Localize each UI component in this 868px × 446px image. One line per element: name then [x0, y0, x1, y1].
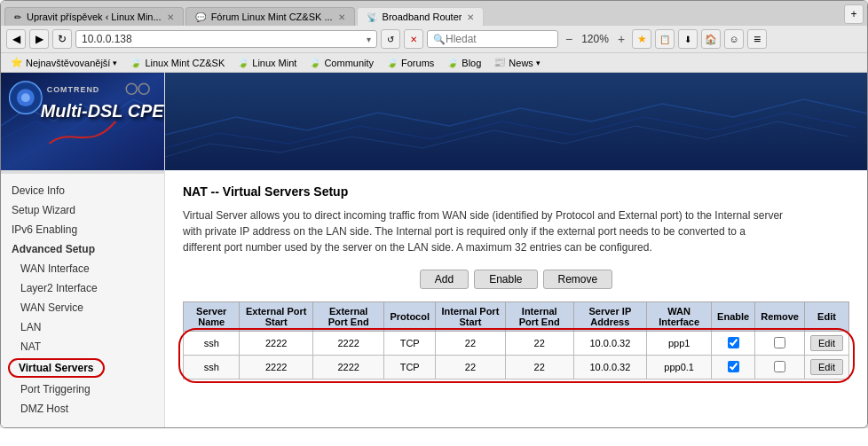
remove-checkbox[interactable] [774, 361, 785, 372]
menu-button[interactable]: ≡ [747, 29, 767, 49]
stop-button[interactable]: ✕ [404, 29, 423, 49]
col-int-port-start: Internal Port Start [436, 302, 506, 332]
news-dropdown-icon: ▾ [536, 59, 541, 67]
sidebar-label: LAN [20, 321, 41, 333]
tab-3-close[interactable]: ✕ [467, 12, 474, 22]
cell-enable[interactable] [712, 356, 755, 379]
enable-checkbox[interactable] [728, 337, 739, 348]
tab-2[interactable]: 💬 Fórum Linux Mint CZ&SK ... ✕ [185, 7, 355, 26]
remove-button[interactable]: Remove [543, 270, 613, 289]
cell-edit[interactable]: Edit [804, 332, 848, 356]
bookmark-label: Community [324, 58, 374, 68]
sidebar-label: IPv6 Enabling [12, 223, 77, 236]
bookmark-nejnavstevovanejsi[interactable]: ⭐ Nejnavštěvovanější ▾ [6, 56, 122, 69]
bookmark-forums[interactable]: 🍃 Forums [382, 56, 438, 69]
address-bar[interactable]: 10.0.0.138 ▾ [75, 30, 377, 48]
cell-edit[interactable]: Edit [804, 356, 848, 379]
col-remove: Remove [755, 302, 805, 332]
sidebar-item-device-info[interactable]: Device Info [1, 181, 164, 200]
tab-1-close[interactable]: ✕ [167, 12, 174, 22]
sidebar-item-dmz-host[interactable]: DMZ Host [1, 399, 164, 419]
cell-remove[interactable] [755, 332, 805, 356]
svg-point-4 [21, 93, 30, 102]
sidebar-label: Setup Wizard [12, 204, 75, 216]
cell-4: 22 [436, 332, 506, 356]
svg-text:COMTREND: COMTREND [47, 85, 100, 94]
col-ext-port-start: External Port Start [240, 302, 313, 332]
cell-1: 2222 [240, 332, 313, 356]
remove-checkbox[interactable] [774, 337, 785, 348]
page-description: Virtual Server allows you to direct inco… [183, 207, 786, 255]
nav-bar: ◀ ▶ ↻ 10.0.0.138 ▾ ↺ ✕ 🔍 − 120% + ★ 📋 ⬇ … [1, 26, 867, 53]
back-button[interactable]: ◀ [6, 29, 26, 49]
sidebar-item-lan[interactable]: LAN [1, 317, 164, 337]
zoom-level: 120% [576, 31, 614, 47]
sidebar-item-layer2-interface[interactable]: Layer2 Interface [1, 278, 164, 298]
sidebar-item-wan-service[interactable]: WAN Service [1, 298, 164, 317]
cell-3: TCP [384, 332, 436, 356]
search-input[interactable] [446, 33, 552, 45]
bookmark-blog[interactable]: 🍃 Blog [442, 56, 485, 69]
address-dropdown-icon[interactable]: ▾ [367, 35, 371, 44]
bookmark-community[interactable]: 🍃 Community [304, 56, 378, 69]
enable-checkbox[interactable] [728, 361, 739, 372]
sidebar-item-ipv6-enabling[interactable]: IPv6 Enabling [1, 220, 164, 239]
sidebar-label: WAN Interface [20, 262, 90, 275]
bookmark-linux-mint-czsk[interactable]: 🍃 Linux Mint CZ&SK [125, 56, 229, 69]
star-button[interactable]: ★ [632, 29, 651, 49]
minus-button[interactable]: − [565, 32, 572, 46]
svg-rect-9 [165, 73, 867, 170]
cell-remove[interactable] [755, 356, 805, 379]
sidebar-item-port-triggering[interactable]: Port Triggering [1, 379, 164, 399]
forward-button[interactable]: ▶ [29, 29, 49, 49]
sidebar-nav: Device Info Setup Wizard IPv6 Enabling A… [1, 174, 164, 426]
search-icon: 🔍 [433, 34, 446, 45]
tab-1[interactable]: ✏ Upravit příspěvek ‹ Linux Min... ✕ [4, 7, 184, 26]
enable-button[interactable]: Enable [474, 270, 537, 289]
sidebar-item-virtual-servers-wrapper: Virtual Servers [1, 356, 164, 379]
emoji-button[interactable]: ☺ [724, 29, 744, 49]
page-title: NAT -- Virtual Servers Setup [183, 184, 849, 199]
edit-button[interactable]: Edit [810, 335, 843, 351]
refresh-button[interactable]: ↻ [52, 29, 72, 49]
sidebar-item-wan-interface[interactable]: WAN Interface [1, 259, 164, 278]
sidebar-item-advanced-setup[interactable]: Advanced Setup [1, 239, 164, 259]
download-button[interactable]: ⬇ [678, 29, 698, 49]
bookmark-linux-mint[interactable]: 🍃 Linux Mint [233, 56, 301, 69]
col-server-ip: Server IP Address [573, 302, 647, 332]
sidebar-label: Layer2 Interface [20, 282, 98, 294]
bookmark-news[interactable]: 📰 News ▾ [489, 56, 545, 69]
new-tab-button[interactable]: + [844, 4, 864, 24]
reload-button[interactable]: ↺ [381, 29, 400, 49]
sidebar-item-setup-wizard[interactable]: Setup Wizard [1, 200, 164, 220]
rss-icon: 📰 [493, 57, 506, 68]
content-body: NAT -- Virtual Servers Setup Virtual Ser… [165, 170, 867, 394]
col-wan-interface: WAN Interface [647, 302, 712, 332]
sidebar-item-nat[interactable]: NAT [1, 337, 164, 356]
share-button[interactable]: 📋 [655, 29, 675, 49]
cell-7: ppp0.1 [647, 356, 712, 379]
tab-2-label: Fórum Linux Mint CZ&SK ... [211, 12, 333, 22]
tab-3-favicon: 📡 [367, 12, 377, 22]
tab-2-close[interactable]: ✕ [338, 12, 345, 22]
tab-3[interactable]: 📡 Broadband Router ✕ [357, 7, 485, 26]
sidebar-scroll-indicator [1, 170, 164, 174]
sidebar-label: Virtual Servers [19, 362, 94, 374]
bookmark-label: Nejnavštěvovanější [26, 58, 110, 68]
bookmark-icon: 🍃 [386, 57, 398, 68]
home-button[interactable]: 🏠 [701, 29, 721, 49]
search-bar[interactable]: 🔍 [427, 30, 558, 48]
cell-7: ppp1 [647, 332, 712, 356]
sidebar-item-virtual-servers[interactable]: Virtual Servers [8, 358, 105, 378]
plus-button[interactable]: + [618, 32, 625, 46]
edit-button[interactable]: Edit [810, 359, 843, 375]
cell-enable[interactable] [712, 332, 755, 356]
bookmark-label: News [509, 58, 533, 68]
add-button[interactable]: Add [420, 270, 469, 289]
bookmark-label: Linux Mint CZ&SK [145, 58, 225, 68]
bookmark-icon: 🍃 [130, 57, 142, 68]
cell-0: ssh [184, 356, 240, 379]
sidebar-label: WAN Service [20, 301, 83, 314]
header-svg [165, 73, 867, 170]
sidebar-label: Port Triggering [20, 383, 91, 395]
